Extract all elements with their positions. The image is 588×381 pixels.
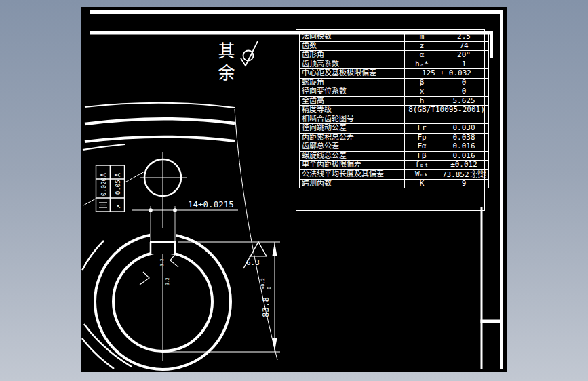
param-label: 法向模数 [300,33,405,42]
param-value: ±0.012 [439,161,489,170]
surface-note-text: 其余 [213,42,235,94]
table-row: 齿顶高系数 hₐ* 1 [300,60,489,69]
param-label: 螺旋线总公差 [300,151,405,161]
keyway-width-dim-text: 14±0.0215 [188,199,234,209]
param-label: 齿廓总公差 [300,142,405,152]
fcf-symmetry-value: 0.020 [100,178,107,196]
param-value: 5.625 [439,96,489,106]
bore-roughness-right-text: 3.2 [159,258,165,266]
dim-dot-arrowhead [173,208,177,212]
wnk-tol-lower: -0.142 [470,174,486,179]
bore-roughness-left-text: 3.2 [165,277,170,285]
param-value: 0.030 [439,124,489,134]
param-value: 20° [439,51,489,60]
param-value: 0.016 [439,142,489,152]
param-symbol: K [405,179,439,188]
wnk-value: 73.852 [442,169,469,178]
table-row: 齿形角 α 20° [300,51,489,60]
param-label: 跨测齿数 [300,179,405,188]
param-label: 径向跳动公差 [300,124,405,134]
param-symbol: x [405,87,439,97]
table-row: 跨测齿数 K 9 [300,179,489,188]
param-symbol: hₐ* [405,60,439,69]
table-row: 径向变位系数 x 0 [300,87,489,97]
param-symbol: Wₙₖ [405,169,439,179]
param-label: 齿距累积总公差 [300,133,405,142]
param-symbol: fₚₜ [405,161,439,170]
bore-roughness-marks: 3.2 3.2 [140,254,178,285]
table-row: 法向模数 m 2.5 [300,33,489,42]
fcf-runout-value: 0.05 [115,180,121,195]
param-symbol: Fp [405,133,439,142]
fcf-runout-datum: A [114,173,121,177]
param-label: 螺旋角 [300,78,405,87]
param-symbol: z [405,41,439,51]
param-symbol: β [405,78,439,87]
bore-keyway-dim-tol-upper: +0.2 [260,278,266,289]
param-value: 0 [439,87,489,97]
fcf-symmetry-datum: A [100,173,107,177]
wnk-tolerance-stack: -0.084-0.142 [470,170,486,179]
param-value: 74 [439,41,489,51]
param-value: 2.5 [439,33,489,42]
table-row: 径向跳动公差 Fr 0.030 [300,124,489,134]
param-value: 0 [439,78,489,87]
param-label: 径向变位系数 [300,87,405,97]
table-row: 螺旋角 β 0 [300,78,489,87]
param-value: 8(GB/T10095-2001) [405,106,489,115]
table-row: 单个齿距极限偏差 fₚₜ ±0.012 [300,161,489,170]
table-row: 相啮合齿轮图号 [300,115,489,124]
rim-arc-fragments [82,241,132,369]
param-label: 公法线平均长度及其偏差 [300,169,405,179]
table-row: 齿数 z 74 [300,41,489,51]
dim-dot-arrowhead [149,208,153,212]
table-row: 中心距及基极极限偏差 125 ± 0.032 [300,69,489,79]
param-value: 0.038 [439,133,489,142]
keyway-gap-mask [150,228,176,254]
table-row: 齿廓总公差 Fα 0.016 [300,142,489,152]
param-value: 73.852-0.084-0.142 [439,169,489,179]
table-row: 公法线平均长度及其偏差 Wₙₖ 73.852-0.084-0.142 [300,169,489,179]
frame-connector-line [481,320,503,323]
table-row: 全齿高 h 5.625 [300,96,489,106]
param-symbol: Fr [405,124,439,134]
break-line [235,109,277,360]
gear-parameter-table: 法向模数 m 2.5 齿数 z 74 齿形角 α 20° 齿顶高系数 hₐ* 1… [299,32,489,188]
param-symbol: h [405,96,439,106]
param-value: 0.016 [439,151,489,161]
frame-top-outer-line [90,10,503,14]
roughness-symbol-6-3: 6.3 [243,242,267,268]
param-symbol: α [405,51,439,60]
param-label: 中心距及基极极限偏差 [300,69,405,79]
param-value: 9 [439,179,489,188]
runout-icon: ↗ [114,205,121,209]
param-symbol: Fα [405,142,439,152]
dim-arrowhead-down [273,338,277,351]
table-row: 螺旋线总公差 Fβ 0.016 [300,151,489,161]
param-label: 精度等级 [300,106,405,115]
frame-right-outer-line [500,10,503,369]
dim-arrowhead-up [273,243,277,256]
param-label: 齿顶高系数 [300,60,405,69]
roughness-value-text: 6.3 [246,258,260,267]
param-label: 齿形角 [300,51,405,60]
param-value [405,115,489,124]
roughness-check-icon [140,272,149,285]
param-label: 全齿高 [300,96,405,106]
gear-tooth-arcs [83,103,235,150]
frame-right-inner-line [490,31,494,58]
param-label: 相啮合齿轮图号 [300,115,405,124]
param-symbol: Fβ [405,151,439,161]
feature-control-frames: 0.020 A ↗ 0.05 A [96,165,125,212]
param-value: 1 [439,60,489,69]
frame-title-block-line [481,207,483,369]
param-value: 125 ± 0.032 [405,69,489,79]
param-symbol: m [405,33,439,42]
param-label: 齿数 [300,41,405,51]
table-row: 精度等级 8(GB/T10095-2001) [300,106,489,115]
bore-keyway-dim-tol-lower: 0 [267,287,272,289]
bore-keyway-dim-text: 83.8 [260,297,271,317]
all-surfaces-symbol [241,41,258,66]
table-row: 齿距累积总公差 Fp 0.038 [300,133,489,142]
param-label: 单个齿距极限偏差 [300,161,405,170]
